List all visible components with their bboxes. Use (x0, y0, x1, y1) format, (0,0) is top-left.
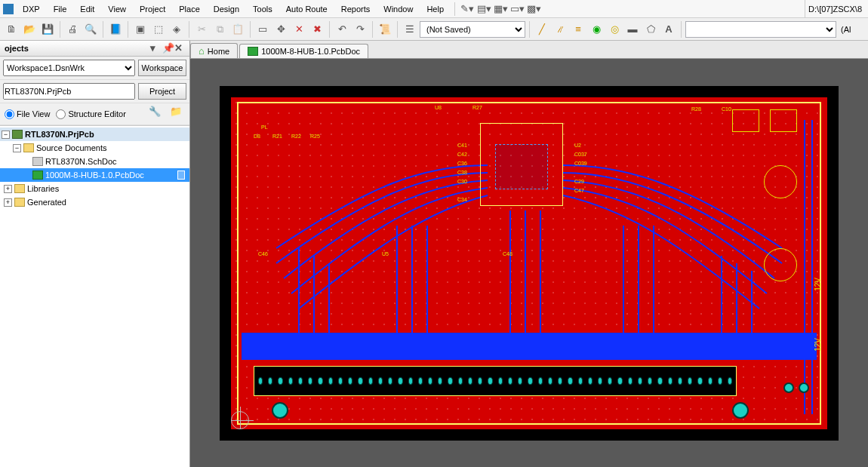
dropdown-icon[interactable]: ▾ (150, 43, 161, 54)
save-icon[interactable]: 💾 (39, 21, 56, 38)
undo-icon[interactable]: ↶ (334, 21, 350, 38)
workspace-button[interactable]: Workspace (138, 60, 186, 76)
origin-marker (231, 407, 254, 429)
menu-tools[interactable]: Tools (247, 2, 279, 16)
tab-home[interactable]: ⌂ Home (190, 43, 238, 58)
connector-pad (697, 377, 702, 385)
menu-view[interactable]: View (102, 2, 132, 16)
menu-design[interactable]: Design (208, 2, 245, 16)
pcb-board[interactable]: U8 R27 C41 C42 C36 C38 C30 C34 U2 C037 C… (231, 97, 827, 429)
tab-pcbdoc[interactable]: 1000M-8-HUB-1.0.PcbDoc (239, 44, 368, 58)
menu-reports[interactable]: Reports (335, 2, 377, 16)
connector-pad (448, 377, 452, 385)
refdes: R27 (472, 105, 482, 110)
connector-pad (278, 377, 282, 385)
menu-place[interactable]: Place (173, 2, 206, 16)
script-icon[interactable]: 📜 (377, 21, 393, 38)
pin-icon[interactable]: 📌 (162, 43, 173, 54)
tree-schdoc[interactable]: RTL8370N.SchDoc (0, 155, 189, 168)
tree-libraries[interactable]: +Libraries (0, 182, 189, 195)
refdes: U5 (382, 251, 389, 257)
menu-window[interactable]: Window (377, 2, 419, 16)
clear-icon[interactable]: ✖ (309, 21, 325, 38)
pcb-canvas[interactable]: U8 R27 C41 C42 C36 C38 C30 C34 U2 C037 C… (190, 59, 868, 467)
pad-icon[interactable]: ◎ (606, 21, 623, 38)
text-icon[interactable]: A (660, 21, 677, 38)
route-diff-icon[interactable]: ⫽ (552, 21, 568, 38)
open-doc-icon (177, 171, 185, 180)
file-view-radio[interactable]: File View (5, 109, 50, 119)
select-icon[interactable]: ▭▾ (509, 2, 525, 16)
connector-pad (578, 377, 583, 385)
menu-file[interactable]: File (48, 2, 73, 16)
route-icon[interactable]: ╱ (534, 21, 550, 38)
zoom-fit-icon[interactable]: ▣ (132, 21, 149, 38)
mounting-hole (732, 402, 749, 419)
menu-edit[interactable]: Edit (74, 2, 100, 16)
copy-icon[interactable]: ⧉ (211, 21, 228, 38)
connector-pad (368, 377, 373, 385)
workspace-combo[interactable]: Workspace1.DsnWrk (3, 60, 135, 76)
layers-icon[interactable]: ▦▾ (493, 2, 508, 16)
document-tabs: ⌂ Home 1000M-8-HUB-1.0.PcbDoc (190, 41, 868, 59)
structure-editor-radio[interactable]: Structure Editor (56, 109, 125, 119)
connector-pad (288, 377, 293, 385)
tree-pcbdoc[interactable]: 1000M-8-HUB-1.0.PcbDoc (0, 168, 189, 182)
connector-pad (678, 377, 682, 385)
pencil-icon[interactable]: ✎▾ (460, 2, 475, 16)
connector-pad (648, 377, 652, 385)
menu-project[interactable]: Project (134, 2, 171, 16)
project-tree[interactable]: −RTL8370N.PrjPcb −Source Documents RTL83… (0, 125, 189, 467)
tree-project-root[interactable]: −RTL8370N.PrjPcb (0, 128, 189, 141)
refdes: C039 (574, 161, 587, 166)
pcb-icon (248, 47, 258, 56)
print-icon[interactable]: 🖨 (64, 21, 81, 38)
component-combo[interactable] (685, 21, 836, 38)
connector-pad (338, 377, 343, 385)
home-icon: ⌂ (199, 46, 205, 56)
refdes: R22 (291, 134, 301, 139)
rect-select-icon[interactable]: ▭ (254, 21, 271, 38)
browse-icon[interactable]: ☰ (402, 21, 418, 38)
project-button[interactable]: Project (138, 83, 186, 100)
tree-source-documents[interactable]: −Source Documents (0, 141, 189, 155)
folder-icon[interactable]: 📁 (170, 106, 185, 121)
poly-icon[interactable]: ⬠ (642, 21, 659, 38)
deselect-icon[interactable]: ✕ (291, 21, 307, 38)
redo-icon[interactable]: ↷ (352, 21, 368, 38)
snapshot-combo[interactable]: (Not Saved) (420, 21, 525, 38)
new-icon[interactable]: 🗎 (3, 21, 20, 38)
grid-icon[interactable]: ▩▾ (526, 2, 541, 16)
menu-help[interactable]: Help (420, 2, 450, 16)
zoom-area-icon[interactable]: ⬚ (150, 21, 167, 38)
project-input[interactable] (3, 83, 135, 100)
connector-pad (588, 377, 593, 385)
refdes: C30 (457, 179, 467, 184)
route-multi-icon[interactable]: ≡ (570, 21, 586, 38)
refdes: R21 (272, 134, 282, 139)
connector-pad (468, 377, 472, 385)
preview-icon[interactable]: 🔍 (82, 21, 99, 38)
menu-autoroute[interactable]: Auto Route (280, 2, 334, 16)
connector-pad (358, 377, 362, 385)
paste-icon[interactable]: 📋 (229, 21, 246, 38)
zoom-sel-icon[interactable]: ◈ (168, 21, 185, 38)
via-icon[interactable]: ◉ (588, 21, 605, 38)
book-icon[interactable]: 📘 (107, 21, 124, 38)
refdes: C38 (457, 170, 467, 175)
close-icon[interactable]: ✕ (174, 43, 185, 54)
silk-12v-b: 12V (814, 338, 822, 352)
open-icon[interactable]: 📂 (21, 21, 38, 38)
move-icon[interactable]: ✥ (272, 21, 289, 38)
refdes: C36 (457, 161, 467, 166)
projects-panel-title: ojects ▾ 📌 ✕ (0, 41, 189, 57)
refresh-icon[interactable]: 🔧 (149, 106, 164, 121)
refdes: C41 (457, 143, 467, 148)
connector-pad (568, 377, 572, 385)
fill-icon[interactable]: ▬ (624, 21, 641, 38)
tree-generated[interactable]: +Generated (0, 195, 189, 209)
menu-dxp[interactable]: DXP (17, 2, 46, 16)
cut-icon[interactable]: ✂ (193, 21, 210, 38)
filter-icon[interactable]: ▤▾ (476, 2, 491, 16)
connector-pads (258, 369, 732, 393)
